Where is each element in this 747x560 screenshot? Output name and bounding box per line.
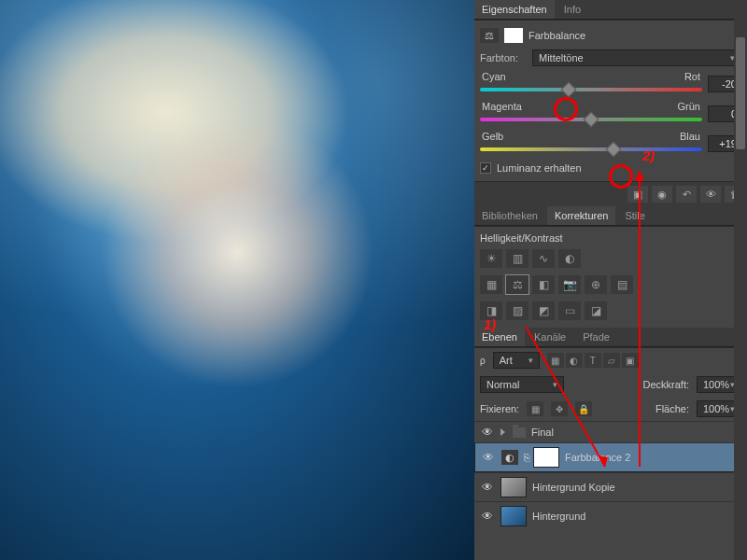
threshold-icon[interactable]: ◩	[532, 301, 555, 320]
adjustment-layer-icon: ◐	[501, 450, 518, 465]
brightness-icon[interactable]: ☀	[480, 249, 502, 268]
tab-kanaele[interactable]: Kanäle	[527, 328, 573, 346]
lock-label: Fixieren:	[480, 403, 519, 414]
side-panels: Eigenschaften Info ⚖ Farbbalance Farbton…	[474, 0, 747, 560]
slider-0[interactable]	[480, 84, 702, 95]
visibility-eye-icon[interactable]: 👁	[480, 481, 495, 494]
tone-select[interactable]: Mitteltöne	[532, 49, 741, 66]
channel-mixer-icon[interactable]: ⊕	[585, 275, 607, 294]
view-prev-icon[interactable]: ◉	[652, 186, 672, 203]
layers-panel: ρ Art ▦ ◐ T ▱ ▣ Normal Deckkraft: 100% F…	[474, 347, 747, 530]
photo-filter-icon[interactable]: 📷	[558, 275, 581, 294]
lock-all-icon[interactable]: 🔒	[575, 401, 592, 416]
filter-smart-icon[interactable]: ▣	[622, 353, 639, 368]
filter-type-icon[interactable]: T	[585, 353, 601, 368]
lock-position-icon[interactable]: ✥	[551, 401, 568, 416]
reset-icon[interactable]: ↶	[676, 186, 697, 203]
layer-row[interactable]: 👁Final	[474, 421, 747, 442]
slider-right-label: Rot	[684, 71, 700, 82]
slider-1[interactable]	[480, 114, 702, 125]
adjustment-title: Farbbalance	[529, 30, 585, 41]
disclosure-triangle-icon[interactable]	[500, 428, 505, 436]
tab-korrekturen[interactable]: Korrekturen	[547, 206, 615, 225]
tab-stile[interactable]: Stile	[617, 206, 652, 225]
visibility-eye-icon[interactable]: 👁	[481, 451, 496, 464]
slider-left-label: Magenta	[482, 101, 522, 112]
slider-left-label: Gelb	[482, 131, 503, 142]
slider-left-label: Cyan	[482, 71, 506, 82]
blend-mode-select[interactable]: Normal	[480, 376, 564, 393]
lock-pixels-icon[interactable]: ▦	[527, 401, 543, 416]
filter-pixel-icon[interactable]: ▦	[547, 353, 564, 368]
layer-name[interactable]: Hintergrund Kopie	[532, 482, 741, 493]
visibility-icon[interactable]: 👁	[700, 186, 721, 203]
layer-list: 👁Final👁◐⎘Farbbalance 2👁Hintergrund Kopie…	[474, 421, 747, 530]
mask-thumb-icon	[504, 28, 523, 43]
curves-icon[interactable]: ∿	[532, 249, 555, 268]
folder-icon	[513, 427, 526, 438]
layer-name[interactable]: Farbbalance 2	[565, 452, 730, 463]
slider-right-label: Grün	[678, 101, 700, 112]
posterize-icon[interactable]: ▨	[506, 301, 529, 320]
adjustments-tabs: Bibliotheken Korrekturen Stile	[474, 206, 747, 226]
balance-scale-icon: ⚖	[480, 28, 499, 43]
fill-label: Fläche:	[655, 403, 689, 414]
opacity-label: Deckkraft:	[642, 379, 689, 390]
layer-filter-select[interactable]: Art	[493, 352, 540, 369]
adjustments-panel: Helligkeit/Kontrast ☀ ▥ ∿ ◐ ▦ ⚖ ◧ 📷 ⊕ ▤ …	[474, 226, 747, 328]
adjustment-subtitle: Helligkeit/Kontrast	[480, 231, 741, 245]
exposure-icon[interactable]: ◐	[558, 249, 581, 268]
invert-icon[interactable]: ◨	[480, 301, 502, 320]
filter-adj-icon[interactable]: ◐	[566, 353, 583, 368]
bw-icon[interactable]: ◧	[532, 275, 555, 294]
selective-color-icon[interactable]: ◪	[585, 301, 607, 320]
layer-row[interactable]: 👁Hintergrund	[474, 501, 747, 530]
tab-info[interactable]: Info	[557, 0, 588, 19]
layer-thumb[interactable]	[500, 477, 527, 497]
layer-row[interactable]: 👁◐⎘Farbbalance 2	[474, 442, 747, 472]
layer-name[interactable]: Hintergrund	[532, 511, 741, 522]
layer-row[interactable]: 👁Hintergrund Kopie	[474, 472, 747, 501]
properties-tabs: Eigenschaften Info	[474, 0, 747, 20]
tab-bibliotheken[interactable]: Bibliotheken	[474, 206, 545, 225]
tab-eigenschaften[interactable]: Eigenschaften	[474, 0, 555, 19]
color-balance-icon[interactable]: ⚖	[506, 275, 529, 294]
panel-scrollbar[interactable]	[734, 0, 747, 560]
visibility-eye-icon[interactable]: 👁	[480, 510, 495, 523]
layer-thumb[interactable]	[500, 506, 527, 526]
layers-tabs: Ebenen Kanäle Pfade	[474, 328, 747, 347]
tab-ebenen[interactable]: Ebenen	[474, 328, 525, 346]
adjustments-grid: ☀ ▥ ∿ ◐ ▦ ⚖ ◧ 📷 ⊕ ▤ ◨ ▨ ◩ ▭ ◪	[480, 245, 741, 324]
clip-icon[interactable]: ▣	[627, 186, 648, 203]
vibrance-icon[interactable]: ▦	[480, 275, 502, 294]
lookup-icon[interactable]: ▤	[611, 275, 633, 294]
image-canvas	[0, 0, 474, 560]
visibility-eye-icon[interactable]: 👁	[480, 426, 495, 439]
properties-panel: ⚖ Farbbalance Farbton: Mitteltöne CyanRo…	[474, 20, 747, 181]
link-icon: ⎘	[524, 452, 528, 463]
gradient-map-icon[interactable]: ▭	[558, 301, 581, 320]
slider-2[interactable]	[480, 144, 702, 155]
preserve-luminosity-label: Luminanz erhalten	[497, 162, 582, 174]
tone-label: Farbton:	[480, 52, 527, 63]
layer-name[interactable]: Final	[531, 427, 741, 438]
mask-thumb[interactable]	[533, 447, 559, 468]
properties-footer: ▣ ◉ ↶ 👁 🗑	[474, 181, 747, 206]
filter-shape-icon[interactable]: ▱	[603, 353, 620, 368]
slider-right-label: Blau	[680, 131, 700, 142]
tab-pfade[interactable]: Pfade	[575, 328, 617, 346]
check-icon: ✓	[480, 162, 491, 174]
preserve-luminosity-checkbox[interactable]: ✓ Luminanz erhalten	[480, 159, 741, 177]
levels-icon[interactable]: ▥	[506, 249, 529, 268]
